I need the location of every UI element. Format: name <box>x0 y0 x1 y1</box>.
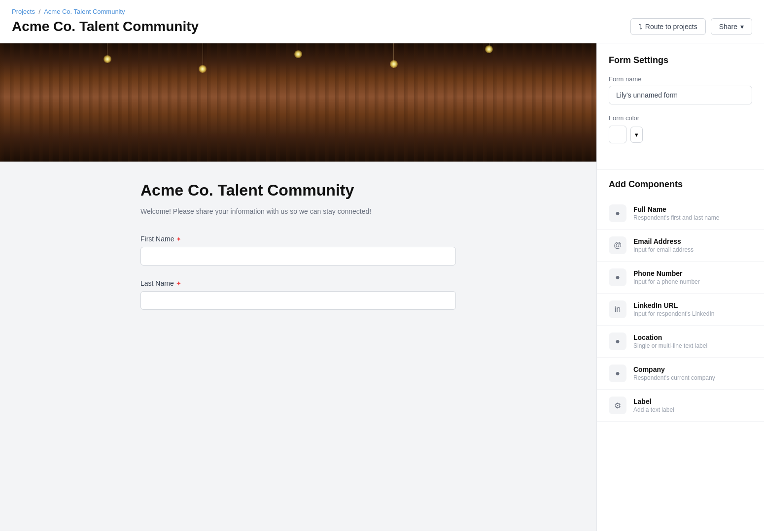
component-name: Label <box>633 398 752 405</box>
component-desc: Add a text label <box>633 406 752 413</box>
component-icon-company: ● <box>609 365 626 382</box>
component-icon-at: @ <box>609 236 626 254</box>
form-card: Acme Co. Talent Community Welcome! Pleas… <box>131 162 466 353</box>
component-item-label[interactable]: ⚙ Label Add a text label <box>597 390 764 422</box>
breadcrumb-separator: / <box>39 8 41 15</box>
form-preview: Acme Co. Talent Community Welcome! Pleas… <box>0 43 596 531</box>
last-name-required: ✦ <box>176 280 181 287</box>
component-info: Email Address Input for email address <box>633 237 752 253</box>
component-item-full-name[interactable]: ● Full Name Respondent's first and last … <box>597 198 764 230</box>
form-subheading: Welcome! Please share your information w… <box>140 207 456 215</box>
breadcrumb: Projects / Acme Co. Talent Community <box>12 8 752 15</box>
component-item-linkedin-url[interactable]: in LinkedIn URL Input for respondent's L… <box>597 294 764 326</box>
breadcrumb-projects-link[interactable]: Projects <box>12 8 35 15</box>
share-chevron-icon: ▾ <box>740 23 744 31</box>
component-item-location[interactable]: ● Location Single or multi-line text lab… <box>597 326 764 358</box>
header: Projects / Acme Co. Talent Community Acm… <box>0 0 764 43</box>
component-icon-person: ● <box>609 204 626 222</box>
component-info: Company Respondent's current company <box>633 366 752 381</box>
route-to-projects-button[interactable]: ⤵ Route to projects <box>630 18 706 35</box>
component-info: LinkedIn URL Input for respondent's Link… <box>633 301 752 317</box>
add-components-title: Add Components <box>597 179 764 190</box>
color-dropdown-button[interactable]: ▾ <box>630 127 643 143</box>
light-1 <box>105 43 109 114</box>
form-color-label: Form color <box>609 114 752 122</box>
form-name-label: Form name <box>609 75 752 83</box>
form-heading: Acme Co. Talent Community <box>140 181 456 200</box>
component-icon-linkedin: in <box>609 300 626 318</box>
color-chevron-icon: ▾ <box>635 131 638 138</box>
form-name-input[interactable] <box>609 86 752 104</box>
first-name-input[interactable] <box>140 247 456 266</box>
last-name-input[interactable] <box>140 291 456 310</box>
last-name-label-text: Last Name <box>140 279 174 287</box>
share-button[interactable]: Share ▾ <box>711 18 752 35</box>
hero-image <box>0 43 596 162</box>
component-name: LinkedIn URL <box>633 301 752 309</box>
component-name: Email Address <box>633 237 752 245</box>
form-settings-section: Form Settings Form name Form color ▾ <box>597 43 764 169</box>
header-actions: ⤵ Route to projects Share ▾ <box>630 18 752 35</box>
header-row: Acme Co. Talent Community ⤵ Route to pro… <box>12 18 752 35</box>
person-figure <box>276 68 320 162</box>
component-info: Full Name Respondent's first and last na… <box>633 205 752 221</box>
light-5 <box>487 43 491 114</box>
component-name: Location <box>633 333 752 341</box>
component-item-company[interactable]: ● Company Respondent's current company <box>597 358 764 390</box>
form-field-first-name: First Name ✦ <box>140 235 456 266</box>
component-icon-phone: ● <box>609 268 626 286</box>
component-info: Phone Number Input for a phone number <box>633 269 752 285</box>
component-item-email-address[interactable]: @ Email Address Input for email address <box>597 230 764 262</box>
light-2 <box>201 43 205 114</box>
component-name: Phone Number <box>633 269 752 277</box>
first-name-required: ✦ <box>176 235 181 243</box>
form-settings-title: Form Settings <box>609 55 752 66</box>
form-content-wrapper: Acme Co. Talent Community Welcome! Pleas… <box>0 162 596 353</box>
component-desc: Input for respondent's LinkedIn <box>633 310 752 317</box>
color-swatch <box>609 126 626 143</box>
component-desc: Respondent's first and last name <box>633 214 752 221</box>
component-desc: Input for email address <box>633 246 752 253</box>
form-field-last-name: Last Name ✦ <box>140 279 456 310</box>
first-name-label-text: First Name <box>140 235 174 243</box>
share-button-label: Share <box>719 23 737 31</box>
component-desc: Input for a phone number <box>633 278 752 285</box>
component-item-phone-number[interactable]: ● Phone Number Input for a phone number <box>597 262 764 294</box>
first-name-label: First Name ✦ <box>140 235 456 243</box>
right-sidebar: Form Settings Form name Form color ▾ Add… <box>596 43 764 531</box>
hero-image-inner <box>0 43 596 162</box>
component-info: Label Add a text label <box>633 398 752 413</box>
component-desc: Respondent's current company <box>633 374 752 381</box>
component-name: Company <box>633 366 752 373</box>
route-icon: ⤵ <box>639 23 642 31</box>
page-title: Acme Co. Talent Community <box>12 19 199 34</box>
breadcrumb-current-link[interactable]: Acme Co. Talent Community <box>44 8 125 15</box>
component-icon-label: ⚙ <box>609 397 626 414</box>
route-button-label: Route to projects <box>645 23 697 31</box>
color-picker-row: ▾ <box>609 126 752 143</box>
components-list: ● Full Name Respondent's first and last … <box>597 198 764 422</box>
component-info: Location Single or multi-line text label <box>633 333 752 349</box>
component-name: Full Name <box>633 205 752 213</box>
last-name-label: Last Name ✦ <box>140 279 456 287</box>
component-desc: Single or multi-line text label <box>633 342 752 349</box>
light-4 <box>392 43 396 114</box>
main-layout: Acme Co. Talent Community Welcome! Pleas… <box>0 43 764 531</box>
sidebar-divider <box>597 169 764 169</box>
component-icon-location: ● <box>609 332 626 350</box>
